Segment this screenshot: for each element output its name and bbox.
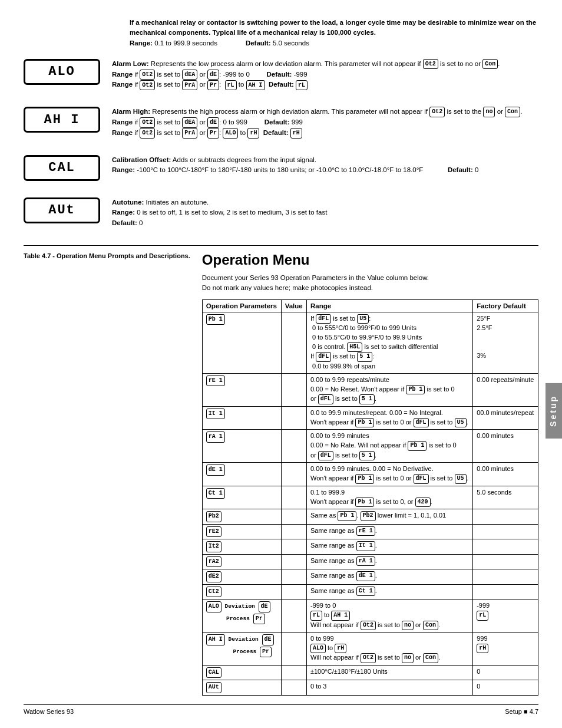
param-row-alo: ALO Alarm Low: Represents the low proces…	[24, 59, 538, 90]
footer-right: Setup ■ 4.7	[505, 708, 538, 715]
range-cell-re2: Same range as rE 1.	[306, 524, 472, 539]
param-row-cal: CAL Calibration Offset: Adds or subtract…	[24, 155, 538, 181]
table-content: Operation Menu Document your Series 93 O…	[202, 252, 538, 696]
param-cell-ct2: Ct2	[202, 584, 281, 599]
range-cell-ra1: 0.00 to 9.99 minutes 0.00 = No Rate. Wil…	[306, 430, 472, 463]
param-desc-aut: Autotune: Initiates an autotune. Range: …	[112, 197, 538, 229]
table-row: rA2 Same range as rA 1.	[202, 554, 538, 569]
op-menu-title: Operation Menu	[202, 252, 538, 268]
table-row: AUt 0 to 3 0	[202, 680, 538, 696]
table-caption: Table 4.7 - Operation Menu Prompts and D…	[24, 252, 190, 261]
param-cell-ct1: Ct 1	[202, 486, 281, 509]
table-row: rE 1 0.00 to 9.99 repeats/minute 0.00 = …	[202, 373, 538, 406]
default-cell-ahi-dev: 999rH	[473, 633, 538, 666]
default-cell-re2	[473, 524, 538, 539]
param-label-aut: AUt	[24, 197, 100, 223]
default-cell-alo-dev: -999rL	[473, 599, 538, 633]
table-row: Ct 1 0.1 to 999.9 Won't appear if Pb 1 i…	[202, 486, 538, 509]
param-cell-aut: AUt	[202, 680, 281, 696]
th-default: Factory Default	[473, 299, 538, 312]
table-row: Pb2 Same as Pb 1. Pb2 lower limit = 1, 0…	[202, 509, 538, 525]
default-cell-it1: 00.0 minutes/repeat	[473, 406, 538, 429]
table-row: CAL ±100°C/±180°F/±180 Units 0	[202, 665, 538, 680]
value-cell-alo-dev	[281, 599, 306, 633]
param-cell-pb1: Pb 1	[202, 312, 281, 373]
range-cell-de1: 0.00 to 9.99 minutes. 0.00 = No Derivati…	[306, 463, 472, 486]
table-row: It2 Same range as It 1.	[202, 539, 538, 555]
param-cell-ra2: rA2	[202, 554, 281, 569]
value-cell-re1	[281, 373, 306, 406]
table-row: Pb 1 If dFL is set to U5: 0 to 555°C/0 t…	[202, 312, 538, 373]
value-cell-it2	[281, 539, 306, 555]
default-cell-ra2	[473, 554, 538, 569]
value-cell-ct1	[281, 486, 306, 509]
op-menu-desc: Document your Series 93 Operation Parame…	[202, 273, 538, 294]
intro-text: If a mechanical relay or contactor is sw…	[130, 18, 538, 48]
default-cell-it2	[473, 539, 538, 555]
param-row-aut: AUt Autotune: Initiates an autotune. Ran…	[24, 197, 538, 229]
value-cell-cal	[281, 665, 306, 680]
default-cell-ct1: 5.0 seconds	[473, 486, 538, 509]
range-cell-alo-dev: -999 to 0 rL to AH 1 Will not appear if …	[306, 599, 472, 633]
range-cell-cal: ±100°C/±180°F/±180 Units	[306, 665, 472, 680]
param-cell-it1: It 1	[202, 406, 281, 429]
value-cell-pb2	[281, 509, 306, 525]
default-cell-ra1: 0.00 minutes	[473, 430, 538, 463]
table-row: ALO Deviation dE Process Pr -999 to 0 rL…	[202, 599, 538, 633]
default-cell-pb1: 25°F2.5°F3%	[473, 312, 538, 373]
param-cell-de1: dE 1	[202, 463, 281, 486]
table-row: dE 1 0.00 to 9.99 minutes. 0.00 = No Der…	[202, 463, 538, 486]
th-value: Value	[281, 299, 306, 312]
value-cell-ct2	[281, 584, 306, 599]
param-desc-cal: Calibration Offset: Adds or subtracts de…	[112, 155, 538, 176]
footer-left: Watlow Series 93	[24, 708, 74, 715]
value-cell-de2	[281, 569, 306, 585]
param-cell-cal: CAL	[202, 665, 281, 680]
value-cell-ra1	[281, 430, 306, 463]
param-label-alo: ALO	[24, 59, 100, 85]
param-desc-alo: Alarm Low: Represents the low process al…	[112, 59, 538, 90]
default-cell-aut: 0	[473, 680, 538, 696]
table-row: AH I Deviation dE Process Pr 0 to 999 AL…	[202, 633, 538, 666]
range-cell-aut: 0 to 3	[306, 680, 472, 696]
range-cell-ra2: Same range as rA 1.	[306, 554, 472, 569]
range-cell-ct1: 0.1 to 999.9 Won't appear if Pb 1 is set…	[306, 486, 472, 509]
operation-menu-section: Table 4.7 - Operation Menu Prompts and D…	[24, 252, 538, 696]
intro-section: If a mechanical relay or contactor is sw…	[24, 18, 538, 235]
table-row: dE2 Same range as dE 1.	[202, 569, 538, 585]
default-cell-de2	[473, 569, 538, 585]
table-caption-col: Table 4.7 - Operation Menu Prompts and D…	[24, 252, 538, 696]
value-cell-ra2	[281, 554, 306, 569]
section-divider	[24, 245, 538, 246]
table-row: Ct2 Same range as Ct 1.	[202, 584, 538, 599]
th-params: Operation Parameters	[202, 299, 281, 312]
th-range: Range	[306, 299, 472, 312]
param-cell-re2: rE2	[202, 524, 281, 539]
range-cell-de2: Same range as dE 1.	[306, 569, 472, 585]
range-cell-re1: 0.00 to 9.99 repeats/minute 0.00 = No Re…	[306, 373, 472, 406]
page: If a mechanical relay or contactor is sw…	[0, 0, 562, 728]
param-cell-pb2: Pb2	[202, 509, 281, 525]
param-row-ahi: AH I Alarm High: Represents the high pro…	[24, 107, 538, 138]
value-cell-aut	[281, 680, 306, 696]
param-desc-ahi: Alarm High: Represents the high process …	[112, 107, 538, 138]
table-row: rA 1 0.00 to 9.99 minutes 0.00 = No Rate…	[202, 430, 538, 463]
operation-table: Operation Parameters Value Range Factory…	[202, 299, 538, 696]
default-cell-de1: 0.00 minutes	[473, 463, 538, 486]
param-cell-ra1: rA 1	[202, 430, 281, 463]
range-cell-pb2: Same as Pb 1. Pb2 lower limit = 1, 0.1, …	[306, 509, 472, 525]
range-cell-ahi-dev: 0 to 999 ALO to rH Will not appear if Ot…	[306, 633, 472, 666]
value-cell-re2	[281, 524, 306, 539]
sidebar-tab: Setup	[546, 383, 562, 439]
param-cell-de2: dE2	[202, 569, 281, 585]
default-cell-pb2	[473, 509, 538, 525]
table-header-row: Operation Parameters Value Range Factory…	[202, 299, 538, 312]
range-cell-it2: Same range as It 1.	[306, 539, 472, 555]
param-cell-it2: It2	[202, 539, 281, 555]
range-cell-pb1: If dFL is set to U5: 0 to 555°C/0 to 999…	[306, 312, 472, 373]
param-cell-alo-dev: ALO Deviation dE Process Pr	[202, 599, 281, 633]
footer: Watlow Series 93 Setup ■ 4.7	[24, 704, 538, 715]
table-row: It 1 0.0 to 99.9 minutes/repeat. 0.00 = …	[202, 406, 538, 429]
value-cell-ahi-dev	[281, 633, 306, 666]
param-cell-re1: rE 1	[202, 373, 281, 406]
